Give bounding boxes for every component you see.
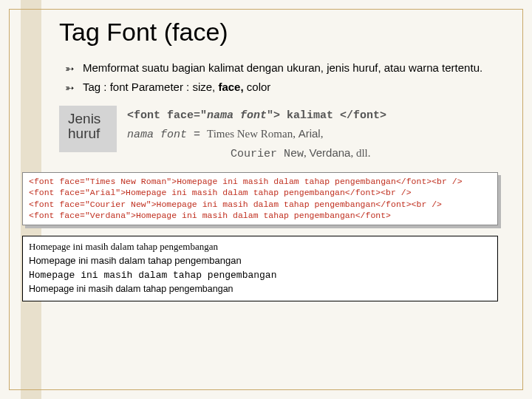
slide-content: Tag Font (face) ➳ Memformat suatu bagian…	[0, 0, 532, 316]
syntax-row: Jenis huruf <font face="nama font"> kali…	[59, 106, 502, 163]
syntax-line3: Courier New, Verdana, dll.	[127, 144, 502, 163]
slide-title: Tag Font (face)	[59, 18, 502, 47]
bullet-text: Tag : font Parameter : size, face, color	[83, 81, 270, 93]
syntax-line2: nama font = Times New Roman, Arial,	[127, 125, 502, 144]
code-line: <font face="Times New Roman">Homepage in…	[29, 176, 491, 188]
bullet-icon: ➳	[65, 61, 75, 77]
output-line: Homepage ini masih dalam tahap pengemban…	[29, 282, 491, 296]
bullet-text: Memformat suatu bagian kalimat dengan uk…	[83, 61, 482, 74]
code-example-box: <font face="Times New Roman">Homepage in…	[22, 172, 498, 225]
bullet-icon: ➳	[65, 80, 75, 96]
jenis-huruf-label: Jenis huruf	[59, 106, 117, 153]
code-line: <font face="Courier New">Homepage ini ma…	[29, 199, 491, 211]
output-line: Homepage ini masih dalam tahap pengemban…	[29, 253, 491, 268]
code-line: <font face="Arial">Homepage ini masih da…	[29, 187, 491, 199]
output-box: Homepage ini masih dalam tahap pengemban…	[22, 236, 498, 301]
syntax-line1: <font face="nama font"> kalimat </font>	[127, 107, 502, 125]
bullet-list: ➳ Memformat suatu bagian kalimat dengan …	[59, 60, 502, 95]
bullet-item: ➳ Tag : font Parameter : size, face, col…	[65, 79, 502, 95]
output-line: Homepage ini masih dalam tahap pengemban…	[29, 239, 491, 254]
output-line: Homepage ini masih dalam tahap pengemban…	[29, 268, 491, 283]
jenis-line2: huruf	[68, 126, 108, 142]
code-line: <font face="Verdana">Homepage ini masih …	[29, 210, 491, 222]
bullet-item: ➳ Memformat suatu bagian kalimat dengan …	[65, 60, 502, 76]
jenis-line1: Jenis	[68, 112, 108, 127]
syntax-block: <font face="nama font"> kalimat </font> …	[127, 106, 502, 163]
